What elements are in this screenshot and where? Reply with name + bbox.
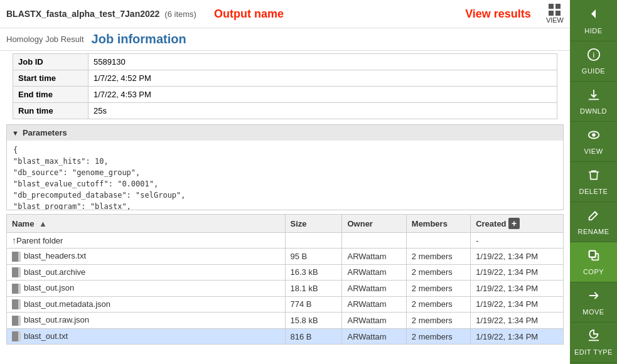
view-results-label: View results xyxy=(465,8,531,21)
col-name[interactable]: Name ▲ xyxy=(7,215,286,233)
file-name: Parent folder xyxy=(16,236,63,245)
params-line: "db_source": "genome_group", xyxy=(13,167,557,178)
file-owner-cell: ARWattam xyxy=(342,281,406,297)
table-row[interactable]: blast_out.raw.json 15.8 kB ARWattam 2 me… xyxy=(7,313,564,329)
job-title: BLASTX_fasta_alpha_test_7Jan2022 xyxy=(6,9,159,19)
file-created-cell: 1/19/22, 1:34 PM xyxy=(471,281,564,297)
file-size-cell: 816 B xyxy=(285,328,342,345)
edittype-icon xyxy=(587,329,601,346)
guide-label: GUIDE xyxy=(582,67,605,75)
dwnld-icon xyxy=(587,88,601,105)
table-row[interactable]: blast_out.archive 16.3 kB ARWattam 2 mem… xyxy=(7,264,564,281)
parameters-header[interactable]: ▼ Parameters xyxy=(7,125,563,141)
table-row[interactable]: blast_headers.txt 95 B ARWattam 2 member… xyxy=(7,249,564,265)
job-row-label: Run time xyxy=(13,103,89,119)
file-name-cell: ↑Parent folder xyxy=(7,233,286,249)
file-icon xyxy=(12,331,21,341)
move-label: MOVE xyxy=(582,308,604,316)
col-owner[interactable]: Owner xyxy=(342,215,406,233)
header-bar: BLASTX_fasta_alpha_test_7Jan2022 (6 item… xyxy=(0,0,570,28)
job-table-row: Job ID5589130 xyxy=(13,54,557,70)
add-button[interactable]: + xyxy=(508,218,520,229)
job-info-section: Job ID5589130Start time1/7/22, 4:52 PMEn… xyxy=(6,53,564,119)
svg-point-3 xyxy=(592,133,596,137)
view-grid-icon xyxy=(549,4,561,16)
file-owner-cell xyxy=(342,233,406,249)
sidebar-btn-view[interactable]: VIEW xyxy=(570,122,617,162)
file-table: Name ▲ Size Owner Members Created + ↑Par… xyxy=(6,214,564,345)
job-row-value: 1/7/22, 4:53 PM xyxy=(89,87,557,103)
params-line: { xyxy=(13,144,557,156)
job-row-label: End time xyxy=(13,87,89,103)
job-table-row: End time1/7/22, 4:53 PM xyxy=(13,87,557,103)
hide-icon xyxy=(586,6,601,25)
file-icon xyxy=(12,252,21,262)
file-size-cell: 15.8 kB xyxy=(285,313,342,329)
sidebar-btn-guide[interactable]: i GUIDE xyxy=(570,41,617,82)
file-owner-cell: ARWattam xyxy=(342,249,406,265)
file-size-cell: 16.3 kB xyxy=(285,264,342,281)
file-name-cell: blast_headers.txt xyxy=(7,249,286,265)
file-name: blast_out.archive xyxy=(24,267,85,277)
params-label: Parameters xyxy=(23,128,67,137)
table-row[interactable]: ↑Parent folder - xyxy=(7,233,564,249)
file-size-cell xyxy=(285,233,342,249)
move-icon xyxy=(587,289,601,306)
file-list-section: Name ▲ Size Owner Members Created + ↑Par… xyxy=(6,214,564,364)
sort-arrow-name: ▲ xyxy=(39,219,47,228)
sidebar-btn-dwnld[interactable]: DWNLD xyxy=(570,82,617,122)
file-owner-cell: ARWattam xyxy=(342,264,406,281)
file-name: blast_out.metadata.json xyxy=(24,299,110,309)
parameters-section: ▼ Parameters { "blast_max_hits": 10, "db… xyxy=(6,124,564,210)
col-created[interactable]: Created + xyxy=(471,215,564,233)
sidebar-btn-delete[interactable]: DELETE xyxy=(570,162,617,202)
file-name: blast_headers.txt xyxy=(24,251,86,260)
file-created-cell: 1/19/22, 1:34 PM xyxy=(471,264,564,281)
breadcrumb: Homology Job Result xyxy=(6,35,84,44)
file-size-cell: 774 B xyxy=(285,296,342,313)
table-row[interactable]: blast_out.txt 816 B ARWattam 2 members 1… xyxy=(7,328,564,345)
sidebar-btn-copy[interactable]: COPY xyxy=(570,242,617,282)
file-created-cell: 1/19/22, 1:34 PM xyxy=(471,328,564,345)
file-name-cell: blast_out.raw.json xyxy=(7,313,286,329)
col-members[interactable]: Members xyxy=(406,215,470,233)
params-line: "db_precomputed_database": "selGroup", xyxy=(13,190,557,201)
table-row[interactable]: blast_out.metadata.json 774 B ARWattam 2… xyxy=(7,296,564,313)
job-table-row: Run time25s xyxy=(13,103,557,119)
file-size-cell: 95 B xyxy=(285,249,342,265)
col-size[interactable]: Size xyxy=(285,215,342,233)
job-info-title: Job information xyxy=(92,32,186,46)
params-line: "blast_max_hits": 10, xyxy=(13,156,557,167)
file-created-cell: - xyxy=(471,233,564,249)
file-icon xyxy=(12,284,21,294)
output-name-label: Output name xyxy=(214,8,284,21)
action-sidebar: HIDE i GUIDE DWNLD VIEW DELETE RENAME CO… xyxy=(570,0,617,364)
sidebar-btn-rename[interactable]: RENAME xyxy=(570,202,617,242)
file-size-cell: 18.1 kB xyxy=(285,281,342,297)
job-row-label: Job ID xyxy=(13,54,89,70)
file-created-cell: 1/19/22, 1:34 PM xyxy=(471,313,564,329)
sidebar-btn-edittype[interactable]: EDIT TYPE xyxy=(570,323,617,363)
file-icon xyxy=(12,267,21,277)
sidebar-btn-move[interactable]: MOVE xyxy=(570,282,617,323)
file-members-cell: 2 members xyxy=(406,313,470,329)
sidebar-btn-hide[interactable]: HIDE xyxy=(570,0,617,41)
edittype-label: EDIT TYPE xyxy=(574,348,613,356)
guide-icon: i xyxy=(587,48,601,65)
rename-label: RENAME xyxy=(577,228,609,235)
file-created-cell: 1/19/22, 1:34 PM xyxy=(471,249,564,265)
job-table-row: Start time1/7/22, 4:52 PM xyxy=(13,70,557,87)
delete-label: DELETE xyxy=(579,188,608,195)
view-icon xyxy=(587,128,601,146)
job-row-label: Start time xyxy=(13,70,89,87)
rename-icon xyxy=(587,208,601,226)
file-owner-cell: ARWattam xyxy=(342,328,406,345)
view-icon-container[interactable]: VIEW xyxy=(546,4,564,24)
file-owner-cell: ARWattam xyxy=(342,296,406,313)
job-info-table: Job ID5589130Start time1/7/22, 4:52 PMEn… xyxy=(13,53,557,119)
file-name: blast_out.json xyxy=(24,283,74,292)
breadcrumb-row: Homology Job Result Job information xyxy=(0,28,570,51)
file-members-cell: 2 members xyxy=(406,281,470,297)
params-line: "blast_program": "blastx", xyxy=(13,201,557,210)
table-row[interactable]: blast_out.json 18.1 kB ARWattam 2 member… xyxy=(7,281,564,297)
